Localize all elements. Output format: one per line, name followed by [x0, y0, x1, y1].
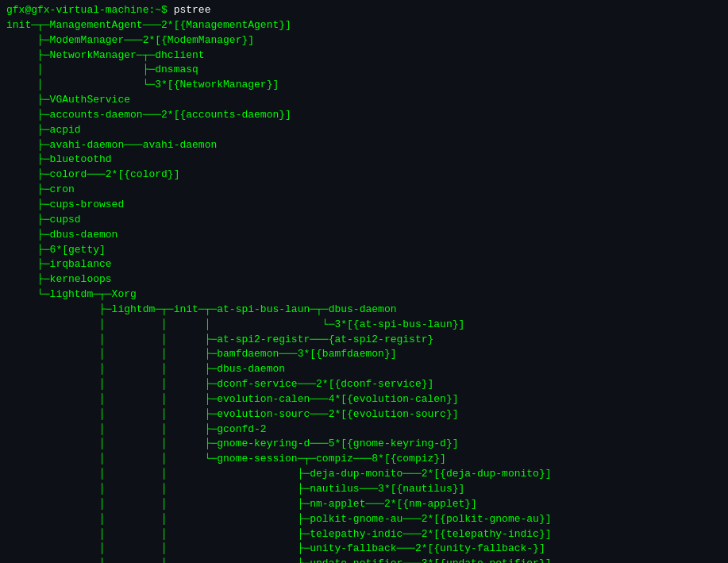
- tree-line-4: │ ├─dnsmasq: [6, 63, 722, 78]
- tree-line-9: ├─avahi-daemon───avahi-daemon: [6, 138, 722, 153]
- tree-line-10: ├─bluetoothd: [6, 152, 722, 168]
- terminal: gfx@gfx-virtual-machine:~$ pstree init─┬…: [6, 3, 722, 563]
- tree-line-24: │ │ ├─dbus-daemon: [6, 362, 722, 377]
- tree-line-19: └─lightdm─┬─Xorg: [6, 287, 722, 303]
- tree-line-1: init─┬─ManagementAgent───2*[{ManagementA…: [6, 18, 722, 33]
- tree-line-32: │ │ ├─nautilus───3*[{nautilus}]: [6, 482, 722, 497]
- tree-line-13: ├─cups-browsed: [6, 198, 722, 213]
- tree-line-37: │ │ ├─update-notifier───3*[{update-notif…: [6, 557, 722, 563]
- tree-line-11: ├─colord───2*[{colord}]: [6, 168, 722, 183]
- tree-line-34: │ │ ├─polkit-gnome-au───2*[{polkit-gnome…: [6, 512, 722, 527]
- tree-line-5: │ └─3*[{NetworkManager}]: [6, 78, 722, 93]
- tree-line-21: │ │ │ └─3*[{at-spi-bus-laun}]: [6, 318, 722, 333]
- prompt-line: gfx@gfx-virtual-machine:~$ pstree: [6, 3, 722, 18]
- tree-line-15: ├─dbus-daemon: [6, 228, 722, 243]
- tree-line-25: │ │ ├─dconf-service───2*[{dconf-service}…: [6, 377, 722, 392]
- tree-line-2: ├─ModemManager───2*[{ModemManager}]: [6, 33, 722, 48]
- tree-line-30: │ │ └─gnome-session─┬─compiz───8*[{compi…: [6, 452, 722, 467]
- tree-line-23: │ │ ├─bamfdaemon───3*[{bamfdaemon}]: [6, 347, 722, 362]
- tree-line-18: ├─kerneloops: [6, 272, 722, 287]
- tree-line-28: │ │ ├─gconfd-2: [6, 422, 722, 438]
- tree-line-27: │ │ ├─evolution-sourc───2*[{evolution-so…: [6, 407, 722, 422]
- tree-line-26: │ │ ├─evolution-calen───4*[{evolution-ca…: [6, 392, 722, 407]
- tree-line-33: │ │ ├─nm-applet───2*[{nm-applet}]: [6, 497, 722, 512]
- tree-line-22: │ │ ├─at-spi2-registr───{at-spi2-registr…: [6, 333, 722, 348]
- tree-line-14: ├─cupsd: [6, 213, 722, 228]
- tree-line-36: │ │ ├─unity-fallback───2*[{unity-fallbac…: [6, 542, 722, 557]
- tree-line-6: ├─VGAuthService: [6, 93, 722, 108]
- tree-line-20: ├─lightdm─┬─init─┬─at-spi-bus-laun─┬─dbu…: [6, 303, 722, 318]
- tree-line-35: │ │ ├─telepathy-indic───2*[{telepathy-in…: [6, 527, 722, 542]
- terminal-content: gfx@gfx-virtual-machine:~$ pstree init─┬…: [6, 3, 722, 563]
- tree-line-16: ├─6*[getty]: [6, 243, 722, 258]
- tree-line-31: │ │ ├─deja-dup-monito───2*[{deja-dup-mon…: [6, 467, 722, 482]
- tree-line-7: ├─accounts-daemon───2*[{accounts-daemon}…: [6, 108, 722, 123]
- tree-line-3: ├─NetworkManager─┬─dhclient: [6, 48, 722, 64]
- tree-line-8: ├─acpid: [6, 123, 722, 138]
- tree-line-29: │ │ ├─gnome-keyring-d───5*[{gnome-keyrin…: [6, 437, 722, 452]
- tree-line-12: ├─cron: [6, 183, 722, 198]
- tree-line-17: ├─irqbalance: [6, 257, 722, 272]
